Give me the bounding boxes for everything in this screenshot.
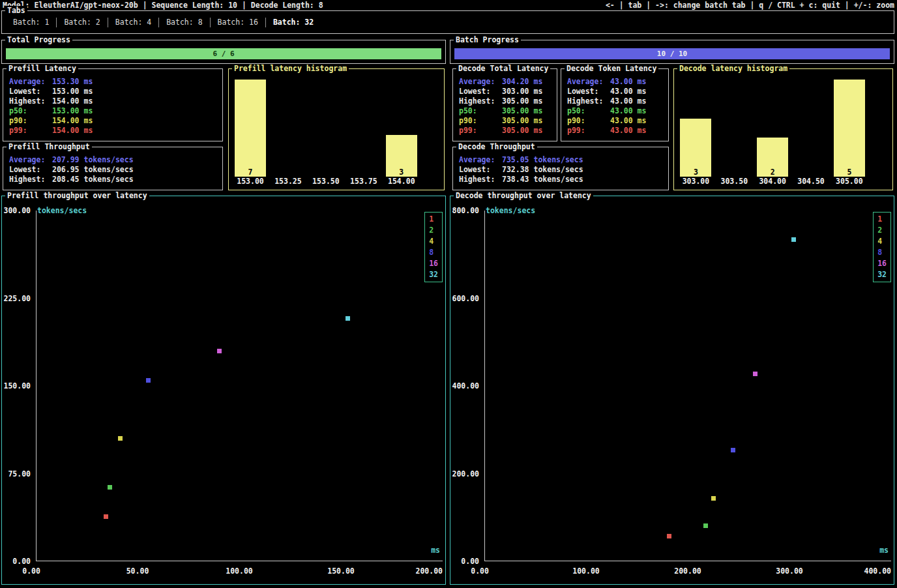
legend-item-batch-1: 1	[877, 214, 887, 225]
stat-value: 303.00 ms	[502, 87, 542, 96]
stat-value: 43.00 ms	[610, 77, 646, 87]
scatter-point-batch-16	[217, 349, 222, 353]
x-axis-tick: 50.00	[126, 566, 149, 576]
stat-value: 43.00 ms	[610, 126, 646, 136]
stat-label: p50:	[567, 106, 610, 116]
y-axis-tick: 0.00	[12, 557, 31, 566]
scatter-point-batch-2	[108, 485, 112, 490]
scatter-point-batch-16	[753, 372, 757, 376]
histogram-x-tick: 154.00	[383, 177, 420, 186]
x-axis-tick: 100.00	[226, 566, 253, 576]
tabs-row: Batch: 1 Batch: 2 Batch: 4 Batch: 8 Batc…	[2, 11, 894, 33]
stat-value: 154.00 ms	[52, 116, 93, 126]
stat-label: p99:	[9, 126, 52, 136]
decode-throughput-title: Decode Throughput	[456, 142, 537, 152]
y-axis-ticks: 800.00600.00400.00200.000.00	[450, 211, 480, 561]
prefill-histogram-plot: 7153.00153.25153.50153.753154.00	[231, 80, 441, 186]
histogram-bar: 7	[235, 80, 266, 177]
keybindings-help: <- | tab | ->: change batch tab | q / CT…	[606, 1, 894, 10]
total-progress-title: Total Progress	[5, 35, 72, 45]
stat-value: 305.00 ms	[502, 96, 542, 106]
decode-throughput-panel: Decode Throughput Average:735.05 tokens/…	[452, 147, 669, 190]
decode-total-latency-panel: Decode Total Latency Average:304.20 ms L…	[452, 68, 557, 141]
stat-row-lowest: Lowest:153.00 ms	[9, 87, 220, 96]
decode-throughput-body: Average:735.05 tokens/secs Lowest:732.38…	[459, 155, 666, 184]
x-axis-tick: 0.00	[471, 566, 489, 576]
y-axis-ticks: 300.00225.00150.0075.000.00	[2, 211, 32, 561]
batch-progress-box: Batch Progress 10 / 10	[450, 40, 894, 64]
decode-total-latency-title: Decode Total Latency	[456, 64, 550, 74]
stat-value: 208.45 tokens/secs	[52, 175, 134, 184]
stat-label: Highest:	[459, 96, 502, 106]
stat-row-highest: Highest:43.00 ms	[567, 96, 666, 106]
histogram-column: 5305.00	[830, 80, 868, 186]
stat-value: 206.95 tokens/secs	[52, 165, 134, 175]
legend-item-batch-16: 16	[877, 258, 887, 269]
stat-label: p50:	[9, 106, 52, 116]
stat-row-p90: p90:154.00 ms	[9, 116, 220, 126]
stat-row-average: Average:43.00 ms	[567, 77, 666, 87]
total-progress-bar: 6 / 6	[6, 48, 441, 59]
histogram-bar-count: 2	[771, 168, 775, 177]
decode-scatter-title: Decode throughput over latency	[454, 191, 593, 201]
stat-row-highest: Highest:208.45 tokens/secs	[9, 175, 220, 184]
benchmark-tui: Model: EleutherAI/gpt-neox-20b | Sequenc…	[0, 0, 897, 588]
stat-label: p50:	[459, 106, 502, 116]
tab-batch-8[interactable]: Batch: 8	[159, 18, 210, 27]
x-axis-tick: 400.00	[864, 566, 891, 576]
batch-size-legend: 12481632	[424, 212, 443, 282]
scatter-point-batch-8	[146, 378, 151, 383]
decode-histogram-title: Decode latency histogram	[677, 64, 789, 74]
decode-histogram-plot: 3303.00303.502304.00304.505305.00	[677, 80, 890, 186]
stat-row-average: Average:304.20 ms	[459, 77, 554, 87]
stat-label: p90:	[459, 116, 502, 126]
stat-label: Average:	[9, 77, 52, 87]
prefill-latency-histogram-box: Prefill latency histogram 7153.00153.251…	[228, 68, 445, 190]
legend-item-batch-1: 1	[429, 214, 438, 225]
tab-batch-2[interactable]: Batch: 2	[57, 18, 108, 27]
histogram-x-tick: 153.00	[231, 177, 269, 186]
stat-value: 153.30 ms	[52, 77, 93, 87]
legend-item-batch-8: 8	[877, 247, 887, 258]
histogram-bar-count: 3	[694, 168, 698, 177]
scatter-point-batch-32	[346, 316, 350, 321]
scatter-point-batch-8	[731, 448, 735, 452]
stat-label: p90:	[567, 116, 610, 126]
stat-row-p50: p50:305.00 ms	[459, 106, 554, 116]
batch-progress-value: 10 / 10	[657, 50, 687, 58]
stat-row-average: Average:153.30 ms	[9, 77, 220, 87]
histogram-bar: 5	[834, 80, 865, 177]
stat-value: 207.99 tokens/secs	[52, 155, 134, 165]
legend-item-batch-8: 8	[429, 247, 438, 258]
total-progress-box: Total Progress 6 / 6	[1, 40, 446, 64]
y-axis-tick: 150.00	[3, 381, 31, 390]
y-axis-tick: 300.00	[3, 206, 31, 215]
histogram-column: 3154.00	[383, 80, 420, 186]
tab-batch-1[interactable]: Batch: 1	[6, 18, 57, 27]
stat-value: 43.00 ms	[610, 106, 646, 116]
legend-item-batch-32: 32	[429, 269, 438, 280]
stat-value: 43.00 ms	[610, 87, 646, 96]
batch-progress-bar: 10 / 10	[454, 48, 890, 59]
x-axis-tick: 100.00	[572, 566, 600, 576]
stat-label: Highest:	[459, 175, 502, 184]
x-axis-tick: 0.00	[22, 566, 40, 576]
tab-batch-16[interactable]: Batch: 16	[211, 18, 266, 27]
histogram-x-tick: 305.00	[830, 177, 868, 186]
histogram-x-tick: 304.50	[792, 177, 831, 186]
histogram-column: 7153.00	[231, 80, 269, 186]
histogram-column: 304.50	[792, 80, 831, 186]
stat-label: Average:	[567, 77, 610, 87]
tab-batch-4[interactable]: Batch: 4	[108, 18, 159, 27]
legend-item-batch-4: 4	[429, 236, 438, 247]
tab-batch-32[interactable]: Batch: 32	[266, 18, 321, 27]
decode-scatter-box: Decode throughput over latency tokens/se…	[450, 196, 894, 585]
histogram-x-tick: 303.00	[677, 177, 715, 186]
histogram-x-tick: 304.00	[754, 177, 792, 186]
legend-item-batch-2: 2	[877, 225, 887, 236]
stat-label: Average:	[459, 77, 502, 87]
stat-row-p99: p99:43.00 ms	[567, 126, 666, 136]
stat-value: 154.00 ms	[52, 126, 93, 136]
stat-row-highest: Highest:738.43 tokens/secs	[459, 175, 666, 184]
tabs-box: Tabs Batch: 1 Batch: 2 Batch: 4 Batch: 8…	[1, 10, 894, 34]
